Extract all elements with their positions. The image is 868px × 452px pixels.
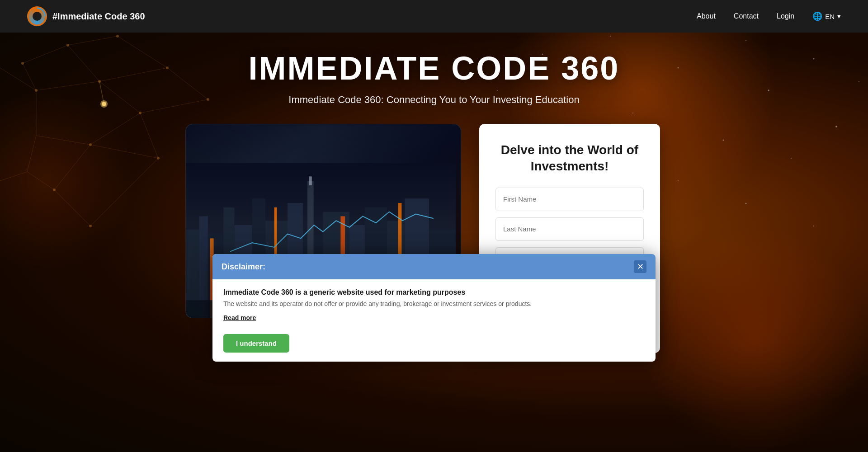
navbar: #Immediate Code 360 About Contact Login … — [0, 0, 868, 33]
brand-logo-icon — [27, 6, 47, 26]
svg-point-1 — [33, 13, 41, 20]
nav-login[interactable]: Login — [777, 12, 794, 20]
svg-point-0 — [28, 7, 46, 25]
read-more-link[interactable]: Read more — [223, 314, 256, 321]
chevron-down-icon: ▾ — [837, 12, 841, 20]
language-label: EN — [825, 13, 835, 20]
nav-about[interactable]: About — [697, 12, 716, 20]
disclaimer-actions: I understand — [212, 334, 656, 362]
disclaimer-body: Immediate Code 360 is a generic website … — [212, 279, 656, 334]
disclaimer-sub-text: The website and its operator do not offe… — [223, 300, 645, 307]
disclaimer-header: Disclaimer: ✕ — [212, 254, 656, 279]
nav-contact[interactable]: Contact — [734, 12, 759, 20]
language-selector[interactable]: 🌐 EN ▾ — [812, 11, 841, 21]
i-understand-button[interactable]: I understand — [223, 334, 289, 353]
disclaimer-close-button[interactable]: ✕ — [634, 260, 646, 273]
brand-name-text: #Immediate Code 360 — [52, 11, 145, 22]
globe-icon: 🌐 — [812, 11, 822, 21]
hero-section: IMMEDIATE CODE 360 Immediate Code 360: C… — [0, 0, 868, 452]
brand: #Immediate Code 360 — [27, 6, 145, 26]
nav-links: About Contact Login 🌐 EN ▾ — [697, 11, 841, 21]
disclaimer-main-text: Immediate Code 360 is a generic website … — [223, 288, 645, 297]
disclaimer-title: Disclaimer: — [222, 262, 265, 272]
disclaimer-overlay: Disclaimer: ✕ Immediate Code 360 is a ge… — [0, 0, 868, 452]
disclaimer-popup: Disclaimer: ✕ Immediate Code 360 is a ge… — [212, 254, 656, 362]
